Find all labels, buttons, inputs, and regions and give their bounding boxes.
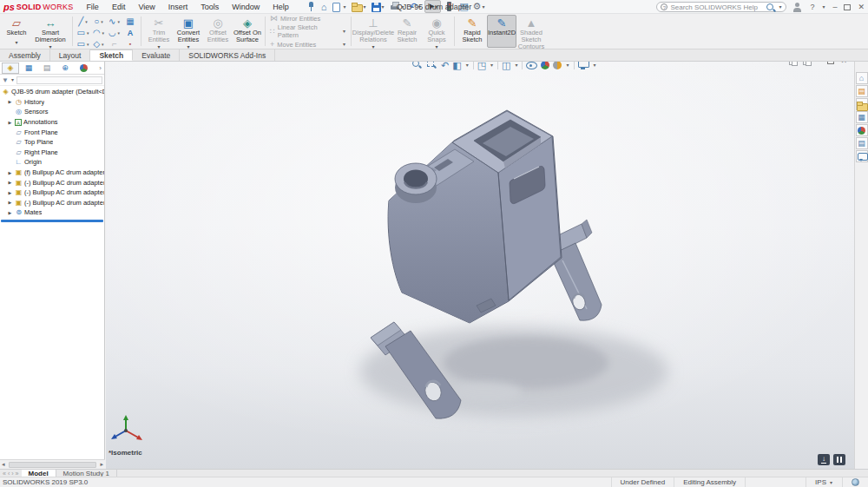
close-button[interactable]: ✕ [856,3,866,11]
print-button[interactable]: ▾ [388,0,407,13]
ribbon-tab[interactable]: Assembly [0,49,50,61]
expander-icon[interactable]: ▶ [7,99,13,104]
restore-button[interactable] [844,4,851,10]
menu-item[interactable]: Edit [106,2,132,12]
tab-feature-tree[interactable]: ◈ [2,63,19,74]
move-entities-button[interactable]: + Move Entities▾ [268,40,348,49]
tab-configuration-manager[interactable]: ▤ [38,63,56,74]
globe-icon[interactable] [852,478,859,486]
next-tab-icon[interactable]: › [11,471,13,477]
apply-scene-icon[interactable] [553,62,562,69]
trim-entities-button[interactable]: ✂ Trim Entities▾ [144,15,174,48]
smart-dimension-button[interactable]: ↔ Smart Dimension▾ [31,15,69,48]
file-properties-button[interactable]: ▤ [457,0,470,13]
display-style-caret-icon[interactable]: ▾ [514,63,518,68]
model-3d[interactable] [106,62,854,469]
view-settings-caret-icon[interactable]: ▾ [593,63,597,68]
shaded-sketch-contours-button[interactable]: ▲ Shaded Sketch Contours [516,15,546,48]
filter-input[interactable] [16,76,102,84]
convert-entities-button[interactable]: ▣ Convert Entities▾ [174,15,203,48]
text-tool[interactable]: A [122,27,138,38]
expander-icon[interactable]: ▶ [7,200,13,205]
ribbon-tab[interactable]: Layout [50,49,91,61]
hide-show-items-icon[interactable] [526,62,537,70]
view-orientation-icon[interactable]: ◳ [477,62,486,70]
menu-item[interactable]: Window [226,2,266,12]
edit-appearance-icon[interactable] [541,62,549,69]
mirror-entities-button[interactable]: ⋈ Mirror Entities [268,14,348,23]
repair-sketch-button[interactable]: ✎ Repair Sketch [392,15,422,48]
menu-item[interactable]: Insert [162,2,194,12]
select-tool-button[interactable]: ➤▾ [424,0,441,13]
scroll-right-icon[interactable]: ▸ [98,461,105,468]
menu-item[interactable]: View [132,2,161,12]
scene-caret-icon[interactable]: ▾ [565,63,569,68]
offset-on-surface-button[interactable]: ◈ Offset On Surface [233,15,262,48]
pause-button[interactable] [833,454,845,465]
expander-icon[interactable]: ▶ [7,180,13,185]
expander-icon[interactable]: ▶ [7,190,13,195]
save-button[interactable]: ▾ [370,1,387,13]
tree-item[interactable]: ▶ ◷ History [0,97,104,108]
menu-item[interactable]: File [80,2,105,12]
arc-tool[interactable]: ◠▾ [91,27,107,38]
conic-tool[interactable]: ◡▾ [107,27,122,38]
doc-minimize-button[interactable]: – [817,62,821,65]
expander-icon[interactable]: ▶ [7,210,13,215]
prev-tab-icon[interactable]: ‹ [8,471,10,477]
file-explorer-icon[interactable] [856,98,868,110]
circle-tool[interactable]: ○▾ [91,16,107,27]
orientation-caret-icon[interactable]: ▾ [490,63,494,68]
zoom-to-fit-icon[interactable] [411,62,423,70]
design-library-icon[interactable]: ▤ [856,85,868,97]
bottom-tab[interactable]: Motion Study 1 [56,470,117,477]
new-window-icon[interactable] [789,62,797,65]
view-palette-icon[interactable]: ▦ [856,111,868,123]
custom-properties-icon[interactable]: ▤ [856,137,868,149]
options-button[interactable]: ⚙▾ [471,0,488,13]
ribbon-tab[interactable]: Sketch [90,49,133,61]
expander-icon[interactable]: ▶ [7,120,13,125]
tree-item[interactable]: ▶ ▣ (-) Bullpup AC drum adapter L<1: [0,177,104,188]
search-caret-icon[interactable]: ▾ [778,4,782,10]
tree-item[interactable]: ▶ A Annotations [0,117,104,128]
open-button[interactable]: ▾ [350,0,369,13]
tab-display-manager[interactable] [75,63,92,74]
tree-item[interactable]: ▱ Top Plane [0,137,104,148]
spline-tool[interactable]: ∿▾ [107,16,122,27]
tab-property-manager[interactable]: ▦ [20,63,37,74]
tree-item[interactable]: ▱ Right Plane [0,148,104,158]
help-caret-icon[interactable]: ▾ [821,4,825,10]
slot-tool[interactable]: ▭▾ [76,38,91,49]
ribbon-tab[interactable]: Evaluate [133,49,180,61]
filter-icon[interactable]: ▼ [2,76,9,84]
tree-item[interactable]: ◎ Sensors [0,107,104,117]
panel-expand-icon[interactable]: › [99,64,104,72]
last-tab-icon[interactable]: » [16,471,19,477]
scrollbar-thumb[interactable] [9,462,97,468]
rapid-sketch-button[interactable]: ✎ Rapid Sketch [457,15,487,48]
first-tab-icon[interactable]: « [3,471,6,477]
arrange-window-icon[interactable] [803,62,811,65]
sketch-picture-tool[interactable]: ▦ [122,16,138,27]
rectangle-tool[interactable]: ▭▾ [76,27,91,38]
rebuild-button[interactable] [442,0,457,13]
help-button[interactable]: ? [808,3,816,11]
offset-entities-button[interactable]: ◎ Offset Entities [203,15,233,48]
instant2d-button[interactable]: ✎ Instant2D [487,15,516,48]
scroll-left-icon[interactable]: ◂ [0,461,7,468]
display-delete-relations-button[interactable]: ⊥ Display/Delete Relations▾ [354,15,392,48]
zoom-to-area-icon[interactable] [426,62,437,70]
tree-item[interactable]: ∟ Origin [0,157,104,168]
forum-icon[interactable] [856,150,868,162]
minimize-button[interactable]: – [831,3,838,11]
line-tool[interactable]: ╱▾ [76,16,91,27]
quick-snaps-button[interactable]: ◉ Quick Snaps▾ [422,15,451,48]
fillet-tool[interactable]: ⌐ [107,38,122,49]
login-user-icon[interactable] [792,2,803,13]
view-settings-icon[interactable] [578,62,589,70]
section-view-icon[interactable]: ◧ [452,62,461,70]
pin-icon[interactable] [304,0,319,13]
bottom-tab[interactable]: Model [22,470,56,477]
filter-caret-icon[interactable]: ▾ [10,77,15,82]
